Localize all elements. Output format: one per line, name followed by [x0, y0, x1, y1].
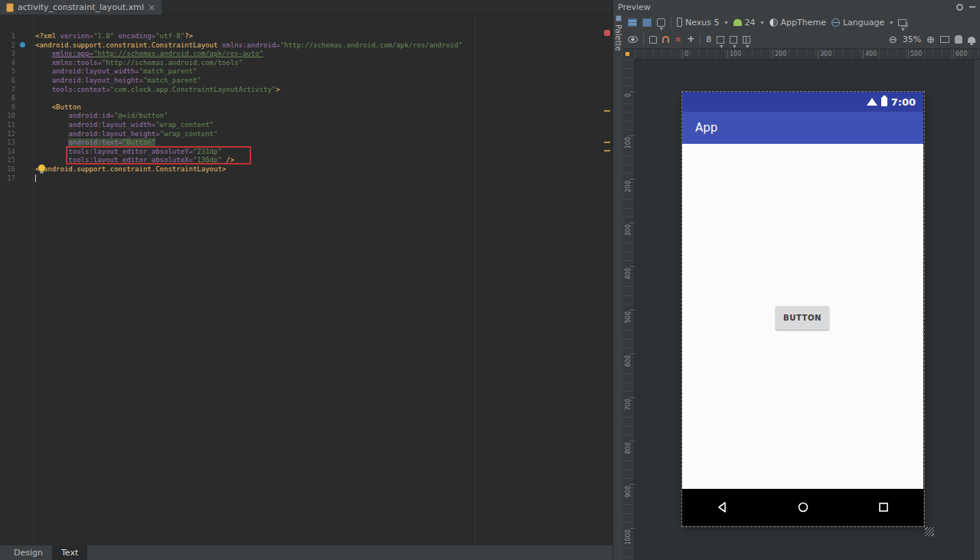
code-line[interactable]: xmlns:tools="http://schemas.android.com/… — [35, 59, 612, 68]
line-number: 13 — [0, 138, 33, 148]
warning-stripe-mark[interactable] — [604, 142, 610, 143]
code-line[interactable]: android:id="@+id/button" — [35, 112, 612, 121]
tab-text[interactable]: Text — [52, 545, 87, 560]
line-number: 2 — [0, 41, 33, 50]
h-ruler-label: 500 — [908, 50, 922, 59]
code-line[interactable]: tools:context="com.clock.app.ConstraintL… — [35, 86, 612, 95]
pan-icon[interactable] — [955, 35, 962, 44]
warning-stripe-mark[interactable] — [604, 150, 610, 151]
v-ruler-tick — [629, 310, 635, 311]
pack-icon[interactable] — [743, 36, 750, 44]
device-selector[interactable]: Nexus 5 — [677, 18, 728, 28]
preview-scrollbar[interactable] — [975, 60, 980, 560]
theme-selector[interactable]: AppTheme — [769, 18, 826, 28]
code-line[interactable]: tools:layout_editor_absoluteY="231dp" — [35, 148, 612, 157]
h-ruler-label: 400 — [863, 50, 877, 59]
default-margin-value[interactable]: 8 — [706, 34, 711, 44]
code-line[interactable]: xmlns:app="http://schemas.android.com/ap… — [35, 50, 612, 59]
error-stripe-badge[interactable] — [604, 30, 610, 36]
code-line[interactable]: tools:layout_editor_absoluteX="136dp" /> — [35, 156, 612, 165]
v-ruler-label: 700 — [625, 399, 632, 410]
view-options-icon[interactable] — [628, 36, 638, 43]
v-ruler-tick — [629, 484, 635, 485]
warning-stripe-mark[interactable] — [604, 110, 610, 112]
api-selector[interactable]: 24 — [733, 18, 764, 28]
code-line[interactable] — [35, 174, 612, 184]
code-line[interactable]: </android.support.constraint.ConstraintL… — [35, 165, 612, 174]
v-ruler-tick — [629, 266, 635, 267]
back-icon[interactable] — [717, 501, 729, 513]
line-number: 10 — [0, 112, 33, 121]
line-number: 12 — [0, 130, 33, 139]
preview-button-widget[interactable]: BUTTON — [776, 306, 829, 330]
recents-icon[interactable] — [877, 501, 890, 513]
line-number: 5 — [0, 67, 33, 77]
zoom-fit-icon[interactable] — [940, 36, 949, 43]
intention-bulb-icon[interactable] — [38, 164, 45, 171]
code-lines[interactable]: <?xml version="1.0" encoding="utf-8"?><a… — [35, 15, 612, 183]
code-editor[interactable]: 1234567891011121314151617 <?xml version=… — [0, 15, 612, 545]
gutter-numbers: 1234567891011121314151617 — [0, 15, 33, 183]
preview-canvas[interactable]: 0100200300400500600 01002003004005006007… — [623, 49, 980, 560]
editor-pane: activity_constraint_layout.xml × 1234567… — [0, 0, 612, 560]
v-ruler-label: 100 — [625, 137, 632, 148]
tab-close-icon[interactable]: × — [148, 4, 155, 11]
tab-activity-constraint-layout-xml[interactable]: activity_constraint_layout.xml × — [0, 0, 162, 15]
device-preview[interactable]: 7:00 App BUTTON — [682, 92, 923, 526]
v-ruler-tick — [629, 397, 635, 398]
layout-variants-icon[interactable] — [898, 19, 906, 26]
code-line[interactable]: android:layout_width="match_parent" — [35, 67, 612, 77]
code-line[interactable]: <android.support.constraint.ConstraintLa… — [35, 41, 612, 50]
code-line[interactable]: android:text="Button" — [35, 138, 612, 148]
palette-tab[interactable]: Palette — [613, 14, 623, 98]
guidelines-icon[interactable] — [717, 36, 724, 44]
h-ruler-label: 600 — [953, 50, 967, 59]
theme-icon — [769, 18, 778, 27]
v-ruler-label: 600 — [625, 355, 632, 366]
home-icon[interactable] — [797, 501, 809, 513]
code-line[interactable] — [35, 94, 612, 103]
blueprint-surface-icon[interactable] — [642, 18, 652, 27]
code-line[interactable]: <Button — [35, 103, 612, 112]
theme-selector-label: AppTheme — [781, 18, 826, 28]
magnet-icon[interactable] — [662, 36, 669, 43]
tab-design[interactable]: Design — [5, 545, 52, 560]
autoconnect-icon[interactable] — [649, 36, 657, 44]
palette-label: Palette — [614, 24, 622, 51]
v-ruler: 01002003004005006007008009001000 — [623, 60, 635, 560]
v-ruler-tick — [629, 353, 635, 354]
infer-constraints-icon[interactable]: + — [687, 35, 694, 44]
notifications-icon[interactable] — [968, 37, 975, 43]
line-number: 17 — [0, 174, 33, 184]
preview-config-toolbar: Nexus 5 24 AppTheme Language — [623, 14, 980, 31]
resize-handle[interactable] — [925, 527, 934, 536]
code-line[interactable]: android:layout_width="wrap_content" — [35, 121, 612, 130]
v-ruler-label: 400 — [625, 268, 632, 279]
battery-icon — [881, 97, 887, 106]
clear-constraints-icon[interactable]: × — [675, 35, 681, 44]
orientation-icon[interactable] — [657, 18, 665, 27]
align-icon[interactable] — [730, 36, 737, 44]
language-selector[interactable]: Language — [831, 18, 893, 28]
line-number: 14 — [0, 148, 33, 157]
code-line[interactable]: android:layout_height="wrap_content" — [35, 130, 612, 139]
preview-actions-toolbar: × + 8 ⊖ 35% ⊕ — [623, 31, 980, 49]
toolbar-separator — [671, 17, 671, 28]
api-selector-label: 24 — [745, 18, 756, 28]
hide-panel-icon[interactable] — [969, 6, 975, 8]
v-ruler-label: 500 — [625, 311, 632, 323]
ruler-corner — [623, 49, 635, 60]
zoom-out-icon[interactable]: ⊖ — [889, 34, 897, 44]
line-number: 15 — [0, 156, 33, 165]
editor-mode-tabs: Design Text — [0, 545, 612, 560]
gear-icon[interactable] — [956, 4, 963, 11]
device-content[interactable]: BUTTON — [682, 144, 923, 489]
status-time: 7:00 — [891, 96, 916, 108]
code-line[interactable]: android:layout_height="match_parent" — [35, 77, 612, 86]
design-surface-icon[interactable] — [628, 18, 637, 27]
h-ruler-label: 0 — [682, 50, 688, 59]
class-gutter-icon[interactable] — [20, 42, 25, 47]
zoom-in-icon[interactable]: ⊕ — [926, 34, 935, 44]
v-ruler-tick — [629, 179, 635, 180]
code-line[interactable]: <?xml version="1.0" encoding="utf-8"?> — [35, 32, 612, 41]
